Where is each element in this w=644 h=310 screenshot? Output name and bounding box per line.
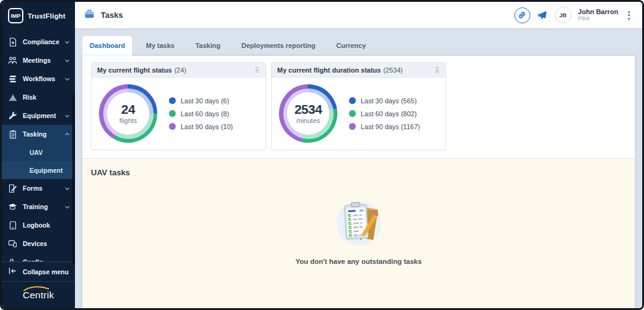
training-cap-icon <box>8 203 17 211</box>
sidebar-item-config[interactable]: Config <box>2 253 75 261</box>
flight-duration-card-body: 2534 minutes Last 30 days (565) Last 60 … <box>272 78 446 149</box>
legend-item: Last 90 days (10) <box>169 123 233 130</box>
logo-badge: IMP <box>8 8 23 23</box>
legend-item: Last 60 days (802) <box>349 110 420 117</box>
donut-center-value: 2534 <box>294 103 322 116</box>
devices-icon <box>8 239 17 248</box>
legend-item: Last 90 days (1167) <box>349 123 420 130</box>
flight-status-card: My current flight status (24) 24 flights <box>91 62 266 150</box>
risk-warning-icon <box>8 93 17 101</box>
chevron-down-icon <box>65 39 69 43</box>
sidebar-item-logbook[interactable]: Logbook <box>2 216 75 234</box>
legend-label: Last 90 days (10) <box>181 123 233 130</box>
tab-bar: Dashboard My tasks Tasking Deployments r… <box>75 28 642 56</box>
tab-deployments-reporting[interactable]: Deployments reporting <box>234 36 323 56</box>
sidebar-item-forms[interactable]: Forms <box>2 179 75 197</box>
page-title-text: Tasks <box>101 10 123 20</box>
more-options-button[interactable] <box>625 10 633 21</box>
sidebar-subitem-label: Equipment <box>29 167 63 174</box>
logo[interactable]: IMP TrustFlight <box>2 2 75 28</box>
empty-state: You don't have any outstanding tasks <box>91 198 626 265</box>
sidebar-item-workflows[interactable]: Workflows <box>2 70 75 88</box>
collapse-arrow-icon <box>8 267 17 276</box>
flight-duration-status-card: My current flight duration status (2534)… <box>271 62 446 150</box>
flight-status-donut-chart: 24 flights <box>99 84 157 143</box>
equipment-wrench-icon <box>8 111 17 121</box>
tab-currency[interactable]: Currency <box>329 36 373 56</box>
avatar-initials: JB <box>559 12 567 18</box>
sidebar-item-training[interactable]: Training <box>2 197 75 216</box>
card-title: My current flight status <box>97 66 172 74</box>
sidebar-nav: Compliance Meetings Workflows Risk Equip… <box>2 28 75 261</box>
compliance-document-icon <box>8 38 17 47</box>
chart-legend: Last 30 days (565) Last 60 days (802) La… <box>349 97 420 130</box>
brand-name: TrustFlight <box>28 12 66 20</box>
chevron-down-icon <box>65 113 69 117</box>
sidebar-subitem-equipment[interactable]: Equipment <box>2 161 75 179</box>
legend-dot-green <box>349 110 356 117</box>
sidebar-scrollbar[interactable] <box>73 92 75 265</box>
flight-status-card-header: My current flight status (24) <box>92 63 265 78</box>
card-title: My current flight duration status <box>277 66 381 74</box>
drag-handle-icon[interactable] <box>434 66 441 74</box>
legend-item: Last 60 days (8) <box>169 110 233 117</box>
sidebar-item-label: Tasking <box>23 130 47 138</box>
centrik-swoosh-icon <box>23 285 49 292</box>
centrik-logo: Centrik <box>23 290 54 301</box>
sidebar-item-label: Training <box>23 203 48 210</box>
donut-center-unit: minutes <box>296 117 320 124</box>
chevron-down-icon <box>65 204 69 208</box>
sidebar-item-label: Risk <box>23 93 36 101</box>
sidebar-item-label: Forms <box>23 185 42 192</box>
header-actions: JB John Barron Pilot <box>514 7 633 23</box>
drag-handle-icon[interactable] <box>254 66 261 74</box>
sidebar-item-label: Meetings <box>23 57 51 64</box>
sidebar-item-tasking[interactable]: Tasking <box>2 125 75 143</box>
forms-pencil-icon <box>8 184 17 193</box>
legend-dot-blue <box>169 97 176 104</box>
chevron-down-icon <box>65 185 69 189</box>
empty-state-message: You don't have any outstanding tasks <box>296 258 422 265</box>
legend-dot-purple <box>349 123 356 130</box>
meetings-people-icon <box>8 56 17 65</box>
chevron-down-icon <box>65 76 69 80</box>
sidebar-item-meetings[interactable]: Meetings <box>2 51 75 70</box>
avatar[interactable]: JB <box>555 7 571 23</box>
sidebar-item-devices[interactable]: Devices <box>2 234 75 253</box>
sidebar-item-compliance[interactable]: Compliance <box>2 33 75 51</box>
tab-tasking[interactable]: Tasking <box>188 36 228 56</box>
flight-duration-card-header: My current flight duration status (2534) <box>272 63 446 78</box>
sidebar-subitem-uav[interactable]: UAV <box>2 143 75 161</box>
widget-cards: My current flight status (24) 24 flights <box>82 56 635 158</box>
legend-label: Last 30 days (6) <box>181 97 229 105</box>
sidebar: IMP TrustFlight Compliance Meetings Work… <box>2 2 75 308</box>
sidebar-item-label: Workflows <box>23 75 55 82</box>
chart-legend: Last 30 days (6) Last 60 days (8) Last 9… <box>169 97 233 130</box>
page-header: Tasks JB John Barron Pilot <box>75 2 642 28</box>
collapse-menu-label: Collapse menu <box>23 268 69 276</box>
sidebar-item-equipment[interactable]: Equipment <box>2 106 75 125</box>
uav-tasks-title: UAV tasks <box>91 168 626 177</box>
legend-label: Last 90 days (1167) <box>361 123 420 130</box>
sidebar-subitem-label: UAV <box>29 149 42 156</box>
legend-dot-blue <box>349 97 356 104</box>
legend-item: Last 30 days (6) <box>169 97 233 105</box>
uav-tasks-section: UAV tasks <box>82 158 635 308</box>
sidebar-item-label: Equipment <box>23 112 56 119</box>
sidebar-item-label: Logbook <box>23 221 50 229</box>
sidebar-group-tasking: Tasking UAV Equipment <box>2 125 75 179</box>
tab-my-tasks[interactable]: My tasks <box>138 36 181 56</box>
announcements-button[interactable] <box>537 10 548 20</box>
sidebar-item-label: Devices <box>23 240 47 247</box>
workflows-layers-icon <box>8 75 17 83</box>
collapse-menu-button[interactable]: Collapse menu <box>2 261 75 282</box>
donut-center-unit: flights <box>119 117 137 124</box>
legend-label: Last 60 days (802) <box>361 110 417 117</box>
user-menu[interactable]: John Barron Pilot <box>578 8 618 23</box>
link-button[interactable] <box>514 7 530 23</box>
tab-dashboard[interactable]: Dashboard <box>82 36 132 56</box>
flight-status-card-body: 24 flights Last 30 days (6) Last 60 days… <box>92 78 265 149</box>
sidebar-item-risk[interactable]: Risk <box>2 88 75 106</box>
user-role: Pilot <box>578 15 618 22</box>
clipboard-checklist-illustration <box>334 198 384 248</box>
